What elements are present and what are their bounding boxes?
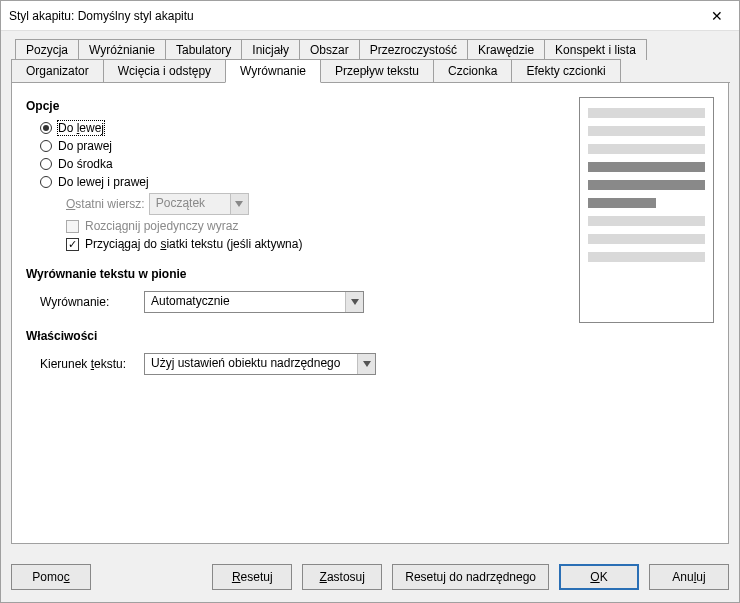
tab-alignment[interactable]: Wyrównanie — [225, 59, 321, 83]
radio-center-label: Do środka — [58, 157, 113, 171]
cancel-button[interactable]: Anuluj — [649, 564, 729, 590]
chevron-down-icon[interactable] — [345, 292, 363, 312]
tab-dropcaps[interactable]: Inicjały — [241, 39, 300, 60]
last-line-value: Początek — [150, 194, 230, 214]
preview-line — [588, 216, 705, 226]
radio-icon — [40, 140, 52, 152]
radio-icon — [40, 122, 52, 134]
vertical-value: Automatycznie — [145, 292, 345, 312]
tab-highlighting[interactable]: Wyróżnianie — [78, 39, 166, 60]
tab-organizer[interactable]: Organizator — [11, 59, 104, 83]
direction-value: Użyj ustawień obiektu nadrzędnego — [145, 354, 357, 374]
radio-icon — [40, 176, 52, 188]
tab-tabs[interactable]: Tabulatory — [165, 39, 242, 60]
reset-button[interactable]: Resetuj — [212, 564, 292, 590]
tab-row-upper: Pozycja Wyróżnianie Tabulatory Inicjały … — [15, 39, 725, 60]
chevron-down-icon[interactable] — [357, 354, 375, 374]
alignment-preview — [579, 97, 714, 323]
tab-font-effects[interactable]: Efekty czcionki — [511, 59, 620, 83]
radio-justify-label: Do lewej i prawej — [58, 175, 149, 189]
preview-line — [588, 162, 705, 172]
tab-text-flow[interactable]: Przepływ tekstu — [320, 59, 434, 83]
footer-spacer — [101, 564, 202, 590]
checkbox-icon — [66, 220, 79, 233]
ok-button[interactable]: OK — [559, 564, 639, 590]
close-button[interactable]: ✕ — [694, 1, 739, 31]
tab-borders[interactable]: Krawędzie — [467, 39, 545, 60]
preview-line — [588, 180, 705, 190]
vertical-label: Wyrównanie: — [40, 295, 140, 309]
tab-row-lower: Organizator Wcięcia i odstępy Wyrównanie… — [11, 59, 729, 83]
preview-line — [588, 126, 705, 136]
radio-right-label: Do prawej — [58, 139, 112, 153]
tab-outline-list[interactable]: Konspekt i lista — [544, 39, 647, 60]
help-button[interactable]: Pomoc — [11, 564, 91, 590]
preview-line — [588, 108, 705, 118]
last-line-label: Ostatni wiersz: — [66, 197, 145, 211]
preview-line — [588, 198, 656, 208]
preview-line — [588, 234, 705, 244]
checkbox-icon — [66, 238, 79, 251]
last-line-combo: Początek — [149, 193, 249, 215]
section-properties: Właściwości — [26, 329, 714, 343]
direction-label: Kierunek tekstu: — [40, 357, 140, 371]
tab-container: Pozycja Wyróżnianie Tabulatory Inicjały … — [11, 39, 729, 83]
reset-parent-button[interactable]: Resetuj do nadrzędnego — [392, 564, 549, 590]
tab-area[interactable]: Obszar — [299, 39, 360, 60]
preview-line — [588, 144, 705, 154]
window-title: Styl akapitu: Domyślny styl akapitu — [9, 9, 194, 23]
snap-grid-label: Przyciągaj do siatki tekstu (jeśli aktyw… — [85, 237, 302, 251]
content-area: Pozycja Wyróżnianie Tabulatory Inicjały … — [1, 31, 739, 554]
tab-transparency[interactable]: Przezroczystość — [359, 39, 468, 60]
apply-button[interactable]: Zastosuj — [302, 564, 382, 590]
footer: Pomoc Resetuj Zastosuj Resetuj do nadrzę… — [1, 554, 739, 602]
chevron-down-icon — [230, 194, 248, 214]
titlebar: Styl akapitu: Domyślny styl akapitu ✕ — [1, 1, 739, 31]
expand-single-label: Rozciągnij pojedynczy wyraz — [85, 219, 238, 233]
dialog-window: Styl akapitu: Domyślny styl akapitu ✕ Po… — [0, 0, 740, 603]
tab-filler — [620, 59, 730, 83]
radio-left-label: Do lewej — [58, 121, 104, 135]
direction-row: Kierunek tekstu: Użyj ustawień obiektu n… — [26, 349, 714, 379]
radio-icon — [40, 158, 52, 170]
tab-indents[interactable]: Wcięcia i odstępy — [103, 59, 226, 83]
tab-font[interactable]: Czcionka — [433, 59, 512, 83]
tab-position[interactable]: Pozycja — [15, 39, 79, 60]
direction-combo[interactable]: Użyj ustawień obiektu nadrzędnego — [144, 353, 376, 375]
tab-page: Opcje Do lewej Do prawej Do środka Do le… — [11, 83, 729, 544]
vertical-combo[interactable]: Automatycznie — [144, 291, 364, 313]
preview-line — [588, 252, 705, 262]
